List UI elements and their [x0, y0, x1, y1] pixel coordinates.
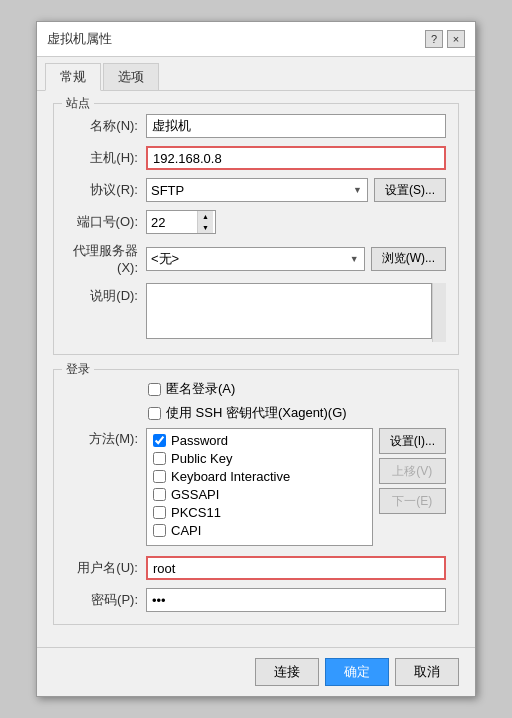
anonymous-label: 匿名登录(A) [166, 380, 235, 398]
desc-scrollbar[interactable] [432, 283, 446, 342]
login-section: 登录 匿名登录(A) 使用 SSH 密钥代理(Xagent)(G) 方法(M):… [53, 369, 459, 625]
method-label: 方法(M): [66, 428, 146, 448]
port-up-btn[interactable]: ▲ [197, 211, 213, 222]
dialog: 虚拟机属性 ? × 常规 选项 站点 名称(N): 主机(H): 协议 [36, 21, 476, 697]
protocol-label: 协议(R): [66, 181, 146, 199]
proxy-select-wrapper: <无> [146, 247, 365, 271]
method-password-checkbox[interactable] [153, 434, 166, 447]
method-settings-btn[interactable]: 设置(I)... [379, 428, 446, 454]
port-label: 端口号(O): [66, 213, 146, 231]
method-down-btn[interactable]: 下一(E) [379, 488, 446, 514]
site-section-title: 站点 [62, 95, 94, 112]
port-spinners: ▲ ▼ [197, 211, 213, 233]
method-buttons: 设置(I)... 上移(V) 下一(E) [379, 428, 446, 514]
xagent-checkbox[interactable] [148, 407, 161, 420]
method-up-btn[interactable]: 上移(V) [379, 458, 446, 484]
close-btn[interactable]: × [447, 30, 465, 48]
anonymous-checkbox[interactable] [148, 383, 161, 396]
password-input[interactable] [146, 588, 446, 612]
host-row: 主机(H): [66, 146, 446, 170]
xagent-label: 使用 SSH 密钥代理(Xagent)(G) [166, 404, 347, 422]
proxy-wrapper: <无> 浏览(W)... [146, 247, 446, 271]
name-row: 名称(N): [66, 114, 446, 138]
method-publickey: Public Key [153, 451, 366, 466]
ok-btn[interactable]: 确定 [325, 658, 389, 686]
protocol-select[interactable]: SFTP FTP SCP WebDAV [146, 178, 368, 202]
protocol-settings-btn[interactable]: 设置(S)... [374, 178, 446, 202]
proxy-label: 代理服务器(X): [66, 242, 146, 275]
title-bar: 虚拟机属性 ? × [37, 22, 475, 57]
method-gssapi: GSSAPI [153, 487, 366, 502]
browse-btn[interactable]: 浏览(W)... [371, 247, 446, 271]
login-section-title: 登录 [62, 361, 94, 378]
method-pkcs11-checkbox[interactable] [153, 506, 166, 519]
proxy-row: 代理服务器(X): <无> 浏览(W)... [66, 242, 446, 275]
method-gssapi-label: GSSAPI [171, 487, 219, 502]
connect-btn[interactable]: 连接 [255, 658, 319, 686]
name-input[interactable] [146, 114, 446, 138]
name-label: 名称(N): [66, 117, 146, 135]
question-btn[interactable]: ? [425, 30, 443, 48]
username-row: 用户名(U): [66, 556, 446, 580]
port-input-wrap: ▲ ▼ [146, 210, 216, 234]
port-row: 端口号(O): ▲ ▼ [66, 210, 446, 234]
method-capi: CAPI [153, 523, 366, 538]
method-keyboard-label: Keyboard Interactive [171, 469, 290, 484]
desc-row: 说明(D): [66, 283, 446, 342]
method-publickey-checkbox[interactable] [153, 452, 166, 465]
xagent-row: 使用 SSH 密钥代理(Xagent)(G) [148, 404, 446, 422]
title-bar-controls: ? × [425, 30, 465, 48]
proxy-select[interactable]: <无> [146, 247, 365, 271]
anonymous-row: 匿名登录(A) [148, 380, 446, 398]
cancel-btn[interactable]: 取消 [395, 658, 459, 686]
site-section: 站点 名称(N): 主机(H): 协议(R): SFTP FTP [53, 103, 459, 355]
protocol-wrapper: SFTP FTP SCP WebDAV 设置(S)... [146, 178, 446, 202]
protocol-select-wrapper: SFTP FTP SCP WebDAV [146, 178, 368, 202]
method-capi-label: CAPI [171, 523, 201, 538]
desc-textarea-wrapper [146, 283, 446, 342]
method-password: Password [153, 433, 366, 448]
method-keyboard-checkbox[interactable] [153, 470, 166, 483]
dialog-title: 虚拟机属性 [47, 30, 112, 48]
password-label: 密码(P): [66, 591, 146, 609]
desc-textarea[interactable] [146, 283, 432, 339]
method-publickey-label: Public Key [171, 451, 232, 466]
tab-bar: 常规 选项 [37, 57, 475, 91]
method-password-label: Password [171, 433, 228, 448]
method-pkcs11: PKCS11 [153, 505, 366, 520]
method-gssapi-checkbox[interactable] [153, 488, 166, 501]
host-input[interactable] [146, 146, 446, 170]
content-area: 站点 名称(N): 主机(H): 协议(R): SFTP FTP [37, 91, 475, 647]
desc-label: 说明(D): [66, 283, 146, 305]
method-capi-checkbox[interactable] [153, 524, 166, 537]
port-input[interactable] [147, 211, 197, 233]
password-row: 密码(P): [66, 588, 446, 612]
host-label: 主机(H): [66, 149, 146, 167]
tab-general[interactable]: 常规 [45, 63, 101, 91]
tab-options[interactable]: 选项 [103, 63, 159, 90]
method-keyboard: Keyboard Interactive [153, 469, 366, 484]
username-label: 用户名(U): [66, 559, 146, 577]
dialog-footer: 连接 确定 取消 [37, 647, 475, 696]
username-input[interactable] [146, 556, 446, 580]
method-list: Password Public Key Keyboard Interactive… [146, 428, 373, 546]
method-row: 方法(M): Password Public Key Keyboard Inte… [66, 428, 446, 546]
method-pkcs11-label: PKCS11 [171, 505, 221, 520]
protocol-row: 协议(R): SFTP FTP SCP WebDAV 设置(S)... [66, 178, 446, 202]
port-down-btn[interactable]: ▼ [197, 222, 213, 233]
